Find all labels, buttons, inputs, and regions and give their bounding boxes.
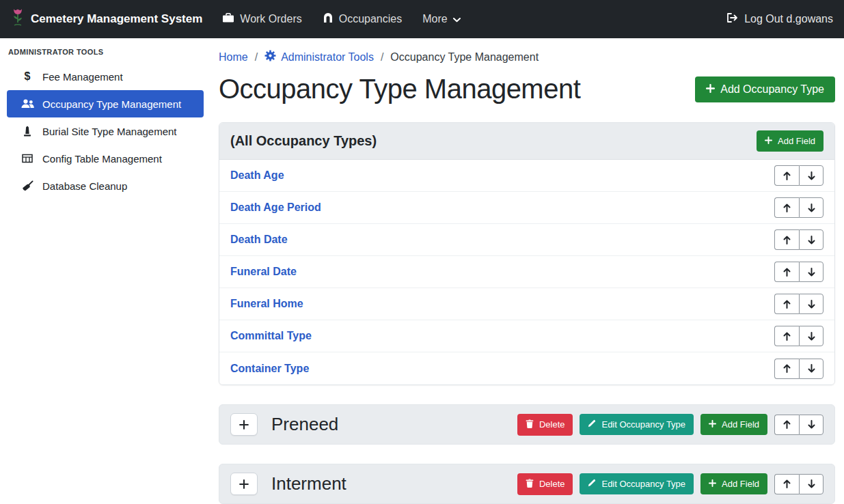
reorder-group (774, 165, 823, 186)
move-down-button[interactable] (799, 415, 823, 435)
section-title: Preneed (271, 414, 338, 435)
card-title: (All Occupancy Types) (230, 133, 377, 149)
navbar-links: Work Orders Occupancies More (212, 7, 470, 31)
move-down-button[interactable] (799, 326, 823, 346)
pencil-icon (588, 479, 596, 489)
field-row: Death Date (219, 224, 834, 256)
plus-icon (709, 479, 716, 489)
sidebar-section-header: ADMINISTRATOR TOOLS (0, 42, 210, 63)
move-down-button[interactable] (799, 474, 823, 494)
pencil-icon (588, 419, 596, 430)
app-brand[interactable]: Cemetery Management System (11, 8, 202, 30)
section-actions: Delete Edit Occupancy Type Add Field (517, 473, 823, 495)
field-link-death-age-period[interactable]: Death Age Period (230, 201, 321, 214)
move-up-button[interactable] (774, 474, 799, 494)
breadcrumb-separator: / (255, 51, 258, 64)
plus-icon (706, 83, 715, 96)
move-up-button[interactable] (774, 197, 799, 218)
move-down-button[interactable] (799, 359, 823, 379)
reorder-group (774, 359, 823, 379)
field-link-container-type[interactable]: Container Type (230, 363, 309, 375)
app-title: Cemetery Management System (31, 12, 202, 26)
top-navbar: Cemetery Management System Work Orders O… (0, 0, 844, 38)
add-occupancy-type-button[interactable]: Add Occupancy Type (695, 76, 835, 102)
move-up-button[interactable] (774, 415, 799, 435)
field-link-committal-type[interactable]: Committal Type (230, 330, 312, 342)
sidebar: ADMINISTRATOR TOOLS $ Fee Management Occ… (0, 38, 210, 504)
reorder-group (774, 262, 823, 282)
section-title: Interment (271, 473, 346, 494)
add-field-button[interactable]: Add Field (757, 130, 823, 152)
reorder-group (774, 229, 823, 250)
add-field-button[interactable]: Add Field (700, 473, 767, 494)
reorder-group (774, 415, 823, 435)
field-row: Funeral Home (219, 288, 834, 320)
move-up-button[interactable] (774, 229, 799, 250)
move-down-button[interactable] (799, 294, 823, 314)
card-header: (All Occupancy Types) Add Field (219, 123, 834, 160)
reorder-group (774, 294, 823, 314)
gear-icon (264, 50, 276, 64)
reorder-group (774, 197, 823, 218)
move-down-button[interactable] (799, 262, 823, 282)
field-row: Container Type (219, 352, 834, 384)
breadcrumb-current: Occupancy Type Management (390, 51, 539, 64)
sidebar-item-burial-site-type-management[interactable]: Burial Site Type Management (7, 117, 204, 145)
edit-occupancy-type-button[interactable]: Edit Occupancy Type (580, 414, 694, 435)
move-up-button[interactable] (774, 326, 799, 346)
users-icon (21, 99, 34, 109)
breadcrumb-separator: / (381, 51, 383, 64)
all-occupancy-types-card: (All Occupancy Types) Add Field Death Ag… (219, 122, 835, 385)
field-row: Death Age Period (219, 192, 834, 224)
logout-link[interactable]: Log Out d.gowans (726, 12, 833, 26)
chevron-down-icon (453, 13, 461, 25)
breadcrumb: Home / Administrator Tools / Occupancy T… (219, 50, 835, 64)
archway-icon (323, 12, 333, 26)
field-row: Death Age (219, 160, 834, 192)
move-down-button[interactable] (799, 229, 823, 250)
nav-occupancies[interactable]: Occupancies (312, 7, 413, 31)
reorder-group (774, 474, 823, 494)
monument-icon (21, 126, 34, 137)
broom-icon (21, 180, 34, 191)
expand-section-button[interactable] (230, 413, 258, 436)
move-up-button[interactable] (774, 165, 799, 186)
occupancy-type-section-interment: Interment Delete Edit Occu (219, 464, 835, 504)
page-header: Occupancy Type Management Add Occupancy … (219, 74, 835, 104)
move-up-button[interactable] (774, 294, 799, 314)
field-row: Funeral Date (219, 256, 834, 288)
delete-occupancy-type-button[interactable]: Delete (517, 473, 573, 495)
nav-more[interactable]: More (412, 8, 470, 31)
dollar-icon: $ (21, 70, 34, 83)
sidebar-item-fee-management[interactable]: $ Fee Management (7, 63, 204, 90)
trash-icon (526, 419, 534, 430)
plus-icon (765, 136, 772, 146)
toolbox-icon (222, 12, 234, 26)
field-link-funeral-home[interactable]: Funeral Home (230, 298, 303, 310)
sidebar-item-database-cleanup[interactable]: Database Cleanup (7, 172, 204, 199)
sidebar-item-config-table-management[interactable]: Config Table Management (7, 145, 204, 172)
edit-occupancy-type-button[interactable]: Edit Occupancy Type (580, 473, 694, 494)
occupancy-type-section-preneed: Preneed Delete Edit Occupa (219, 404, 835, 445)
expand-section-button[interactable] (230, 473, 258, 495)
field-link-death-age[interactable]: Death Age (230, 169, 284, 182)
delete-occupancy-type-button[interactable]: Delete (517, 414, 573, 436)
table-icon (21, 153, 34, 164)
main-content: Home / Administrator Tools / Occupancy T… (210, 38, 844, 504)
add-field-button[interactable]: Add Field (700, 414, 767, 435)
field-row: Committal Type (219, 320, 834, 352)
move-down-button[interactable] (799, 165, 823, 186)
field-link-death-date[interactable]: Death Date (230, 234, 288, 246)
breadcrumb-home[interactable]: Home (219, 51, 248, 64)
flower-logo-icon (11, 8, 25, 30)
logout-icon (726, 12, 738, 26)
reorder-group (774, 326, 823, 346)
breadcrumb-admin-tools[interactable]: Administrator Tools (264, 50, 374, 64)
page-title: Occupancy Type Management (219, 74, 580, 104)
sidebar-item-occupancy-type-management[interactable]: Occupancy Type Management (7, 90, 204, 117)
nav-work-orders[interactable]: Work Orders (212, 7, 312, 31)
move-up-button[interactable] (774, 359, 799, 379)
field-link-funeral-date[interactable]: Funeral Date (230, 266, 297, 278)
move-up-button[interactable] (774, 262, 799, 282)
move-down-button[interactable] (799, 197, 823, 218)
